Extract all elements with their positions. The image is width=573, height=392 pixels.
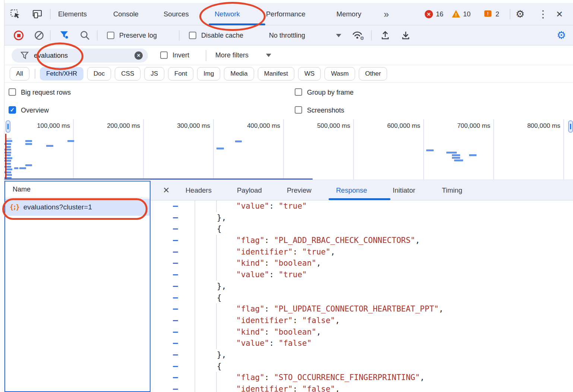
close-detail-icon[interactable]: ✕ bbox=[163, 180, 170, 200]
detail-tab-payload[interactable]: Payload bbox=[237, 180, 262, 200]
fold-marker-icon[interactable] bbox=[173, 366, 178, 367]
inspect-element-icon[interactable] bbox=[10, 9, 21, 19]
response-line: "identifier": "true", bbox=[151, 246, 573, 258]
overview-window-indicator bbox=[4, 178, 313, 180]
more-tabs-icon[interactable]: » bbox=[384, 3, 389, 25]
network-settings-gear-icon[interactable]: ⚙ bbox=[557, 25, 566, 45]
fold-marker-icon[interactable] bbox=[173, 263, 178, 264]
type-filter-media[interactable]: Media bbox=[224, 67, 254, 80]
fold-marker-icon[interactable] bbox=[173, 206, 178, 207]
invert-checkbox[interactable] bbox=[160, 51, 168, 59]
type-filter-css[interactable]: CSS bbox=[115, 67, 140, 80]
overview-left-grip[interactable] bbox=[6, 120, 10, 133]
fold-marker-icon[interactable] bbox=[173, 297, 178, 298]
tab-memory[interactable]: Memory bbox=[336, 3, 361, 25]
type-filter-wasm[interactable]: Wasm bbox=[325, 67, 355, 80]
close-devtools-icon[interactable]: ✕ bbox=[556, 3, 563, 25]
detail-tab-preview[interactable]: Preview bbox=[287, 180, 311, 200]
fold-marker-icon[interactable] bbox=[173, 274, 178, 275]
response-line: "identifier": "false", bbox=[151, 383, 573, 392]
tab-network[interactable]: Network bbox=[215, 3, 240, 25]
fold-marker-icon[interactable] bbox=[173, 217, 178, 218]
clear-network-log-icon[interactable] bbox=[34, 31, 44, 40]
svg-text:⚙: ⚙ bbox=[360, 35, 364, 41]
response-code-view[interactable]: "value": "true"},{"flag": "PL_ADD_RBAC_C… bbox=[151, 200, 573, 392]
kebab-menu-icon[interactable]: ⋮ bbox=[538, 3, 548, 25]
detail-tab-response[interactable]: Response bbox=[336, 180, 367, 200]
timeline-gridline bbox=[73, 119, 74, 180]
overview-checkbox[interactable]: ✓ bbox=[9, 106, 16, 114]
type-filter-js[interactable]: JS bbox=[144, 67, 164, 80]
group-by-frame-checkbox[interactable] bbox=[295, 88, 302, 96]
search-icon[interactable] bbox=[80, 30, 90, 41]
filter-input-value[interactable]: evaluations bbox=[34, 48, 68, 63]
fold-marker-icon[interactable] bbox=[173, 228, 178, 230]
error-x-glyph: ✕ bbox=[427, 12, 431, 17]
preserve-log-label: Preserve log bbox=[119, 25, 157, 45]
type-filter-manifest[interactable]: Manifest bbox=[258, 67, 294, 80]
type-filter-other[interactable]: Other bbox=[359, 67, 387, 80]
fold-marker-icon[interactable] bbox=[173, 252, 178, 253]
detail-tab-initiator[interactable]: Initiator bbox=[393, 180, 415, 200]
filter-row: evaluations ✕ Invert More filters bbox=[4, 45, 573, 65]
screenshots-checkbox[interactable] bbox=[295, 106, 302, 114]
fold-marker-icon[interactable] bbox=[173, 309, 178, 310]
warning-badge-icon[interactable]: ! bbox=[452, 10, 460, 18]
response-line: }, bbox=[151, 281, 573, 292]
tab-console[interactable]: Console bbox=[113, 3, 139, 25]
chip-divider bbox=[35, 69, 35, 79]
detail-tab-timing[interactable]: Timing bbox=[442, 180, 462, 200]
import-har-icon[interactable] bbox=[380, 30, 390, 41]
tab-performance[interactable]: Performance bbox=[266, 3, 306, 25]
request-row-selected[interactable]: {;} evaluations?cluster=1 bbox=[5, 199, 150, 216]
detail-tab-headers[interactable]: Headers bbox=[186, 180, 212, 200]
type-filter-font[interactable]: Font bbox=[168, 67, 193, 80]
type-filter-all[interactable]: All bbox=[10, 67, 29, 80]
issues-badge-icon[interactable]: ! bbox=[484, 10, 491, 17]
toolbar-divider bbox=[371, 30, 372, 41]
more-filters-button[interactable]: More filters bbox=[215, 45, 248, 65]
fold-marker-icon[interactable] bbox=[173, 343, 178, 344]
request-bar bbox=[25, 140, 32, 142]
filter-input[interactable]: evaluations ✕ bbox=[12, 48, 148, 63]
clear-filter-icon[interactable]: ✕ bbox=[134, 51, 143, 60]
big-request-rows-checkbox[interactable] bbox=[9, 88, 16, 96]
fold-marker-icon[interactable] bbox=[173, 240, 178, 241]
type-filter-ws[interactable]: WS bbox=[298, 67, 321, 80]
disable-cache-checkbox[interactable] bbox=[189, 32, 196, 39]
record-stop-icon[interactable] bbox=[14, 31, 23, 40]
request-bar bbox=[19, 167, 26, 169]
fold-marker-icon[interactable] bbox=[173, 377, 178, 378]
type-filter-doc[interactable]: Doc bbox=[87, 67, 111, 80]
name-column-header[interactable]: Name bbox=[5, 181, 150, 197]
fold-marker-icon[interactable] bbox=[173, 286, 178, 287]
network-conditions-icon[interactable]: ⚙ bbox=[352, 30, 364, 41]
tab-elements[interactable]: Elements bbox=[58, 3, 87, 25]
device-toolbar-icon[interactable] bbox=[31, 9, 43, 19]
export-har-icon[interactable] bbox=[401, 30, 411, 41]
tab-sources[interactable]: Sources bbox=[164, 3, 189, 25]
toolbar-divider bbox=[510, 9, 510, 19]
overview-right-grip[interactable] bbox=[568, 120, 573, 133]
invert-label: Invert bbox=[172, 45, 189, 65]
timeline-gridline bbox=[143, 119, 144, 180]
throttling-select[interactable]: No throttling bbox=[269, 25, 305, 45]
overview-timeline[interactable]: 100,000 ms200,000 ms300,000 ms400,000 ms… bbox=[4, 119, 573, 180]
throttling-dropdown-arrow-icon[interactable] bbox=[336, 34, 341, 37]
response-line: { bbox=[151, 223, 573, 235]
type-filter-img[interactable]: Img bbox=[197, 67, 220, 80]
indent-guide bbox=[216, 383, 217, 392]
settings-gear-icon[interactable]: ⚙ bbox=[516, 3, 525, 25]
more-filters-arrow-icon[interactable] bbox=[266, 54, 271, 57]
fold-marker-icon[interactable] bbox=[173, 389, 178, 390]
error-badge-icon[interactable]: ✕ bbox=[425, 10, 433, 18]
fold-marker-icon[interactable] bbox=[173, 320, 178, 321]
fold-marker-icon[interactable] bbox=[173, 332, 178, 333]
filter-funnel-icon[interactable] bbox=[60, 31, 69, 40]
big-request-rows-label: Big request rows bbox=[21, 88, 71, 97]
type-filter-fetch-xhr[interactable]: Fetch/XHR bbox=[40, 67, 83, 80]
preserve-log-checkbox[interactable] bbox=[107, 32, 114, 39]
request-bar bbox=[46, 145, 53, 147]
indent-guide bbox=[216, 303, 217, 315]
fold-marker-icon[interactable] bbox=[173, 354, 178, 355]
